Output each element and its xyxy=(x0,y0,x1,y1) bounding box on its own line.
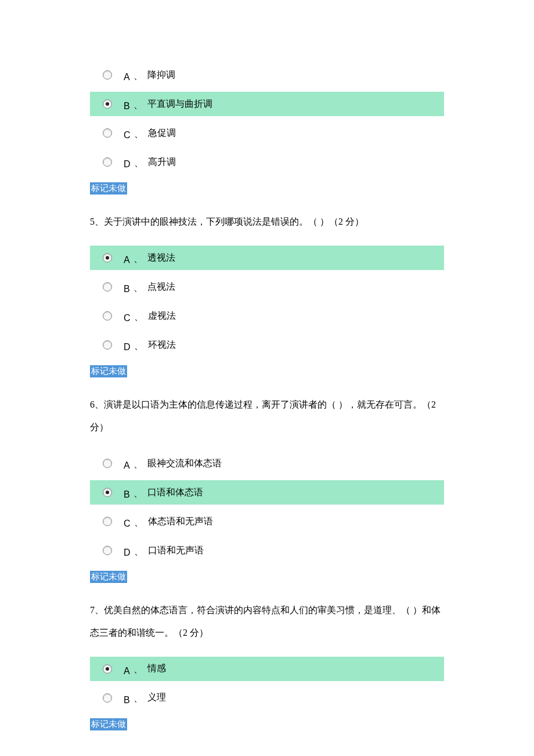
option-letter: C xyxy=(124,130,131,141)
option-separator: 、 xyxy=(134,664,143,676)
option-separator: 、 xyxy=(134,340,143,352)
radio-icon[interactable] xyxy=(103,157,112,167)
option-letter: A xyxy=(124,255,130,265)
option-letter: D xyxy=(124,159,131,170)
option-separator: 、 xyxy=(134,311,143,323)
option-letter: C xyxy=(124,519,131,529)
option-letter: B xyxy=(124,101,130,111)
option-row[interactable]: A、降抑调 xyxy=(90,63,444,87)
option-text: 急促调 xyxy=(148,127,176,139)
option-row[interactable]: D、高升调 xyxy=(90,150,444,174)
option-row[interactable]: C、体态语和无声语 xyxy=(90,509,444,534)
option-text: 平直调与曲折调 xyxy=(147,98,212,110)
question-text: 7、优美自然的体态语言，符合演讲的内容特点和人们的审美习惯，是道理、（ ）和体态… xyxy=(90,599,444,644)
option-row[interactable]: B、平直调与曲折调 xyxy=(90,92,444,116)
option-row[interactable]: A、情感 xyxy=(90,657,444,681)
option-text: 虚视法 xyxy=(148,310,176,322)
option-separator: 、 xyxy=(134,157,143,170)
option-row[interactable]: D、环视法 xyxy=(90,333,444,357)
status-tag[interactable]: 标记未做 xyxy=(90,571,127,583)
radio-icon[interactable] xyxy=(103,459,112,468)
radio-icon[interactable] xyxy=(103,340,112,350)
option-letter: A xyxy=(124,666,130,676)
status-tag[interactable]: 标记未做 xyxy=(90,365,127,377)
radio-icon[interactable] xyxy=(103,488,112,497)
option-letter: B xyxy=(124,284,130,294)
option-row[interactable]: A、透视法 xyxy=(90,246,444,270)
option-text: 高升调 xyxy=(148,156,176,168)
option-separator: 、 xyxy=(134,488,143,500)
option-text: 情感 xyxy=(147,663,166,675)
option-row[interactable]: B、点视法 xyxy=(90,275,444,299)
option-separator: 、 xyxy=(134,459,143,471)
status-tag[interactable]: 标记未做 xyxy=(90,718,127,730)
radio-icon[interactable] xyxy=(103,664,112,674)
option-letter: C xyxy=(124,313,131,323)
radio-icon[interactable] xyxy=(103,70,112,80)
radio-icon[interactable] xyxy=(103,311,112,321)
option-letter: D xyxy=(124,548,131,558)
option-text: 眼神交流和体态语 xyxy=(147,458,222,470)
radio-icon[interactable] xyxy=(103,517,112,526)
option-row[interactable]: A、眼神交流和体态语 xyxy=(90,451,444,476)
option-row[interactable]: D、口语和无声语 xyxy=(90,538,444,563)
radio-icon[interactable] xyxy=(103,693,112,703)
option-text: 透视法 xyxy=(147,252,175,264)
option-row[interactable]: B、义理 xyxy=(90,686,444,710)
radio-icon[interactable] xyxy=(103,546,112,555)
option-row[interactable]: C、虚视法 xyxy=(90,304,444,328)
option-letter: B xyxy=(124,695,130,705)
option-row[interactable]: C、急促调 xyxy=(90,121,444,145)
option-text: 降抑调 xyxy=(147,69,175,81)
page: A、降抑调B、平直调与曲折调C、急促调D、高升调标记未做5、关于演讲中的眼神技法… xyxy=(0,0,534,756)
radio-icon[interactable] xyxy=(103,128,112,138)
radio-icon[interactable] xyxy=(103,282,112,291)
option-letter: D xyxy=(124,342,131,352)
option-separator: 、 xyxy=(134,546,143,558)
option-row[interactable]: B、口语和体态语 xyxy=(90,480,444,505)
option-text: 义理 xyxy=(147,692,166,704)
radio-icon[interactable] xyxy=(103,253,112,262)
option-text: 口语和体态语 xyxy=(147,487,203,499)
radio-icon[interactable] xyxy=(103,99,112,109)
option-text: 点视法 xyxy=(147,281,175,293)
option-letter: A xyxy=(124,72,130,82)
option-separator: 、 xyxy=(134,128,143,141)
status-tag[interactable]: 标记未做 xyxy=(90,182,127,195)
option-letter: B xyxy=(124,489,130,500)
option-text: 体态语和无声语 xyxy=(148,516,213,528)
option-separator: 、 xyxy=(134,282,143,294)
option-separator: 、 xyxy=(134,70,143,82)
option-separator: 、 xyxy=(134,99,143,111)
question-text: 6、演讲是以口语为主体的信息传递过程，离开了演讲者的（ ），就无存在可言。（2 … xyxy=(90,394,444,438)
option-separator: 、 xyxy=(134,693,143,705)
option-separator: 、 xyxy=(134,253,143,265)
option-letter: A xyxy=(124,460,130,471)
question-text: 5、关于演讲中的眼神技法，下列哪项说法是错误的。（ ）（2 分） xyxy=(90,211,444,233)
option-text: 环视法 xyxy=(148,339,176,351)
option-text: 口语和无声语 xyxy=(148,545,204,557)
option-separator: 、 xyxy=(134,517,143,529)
